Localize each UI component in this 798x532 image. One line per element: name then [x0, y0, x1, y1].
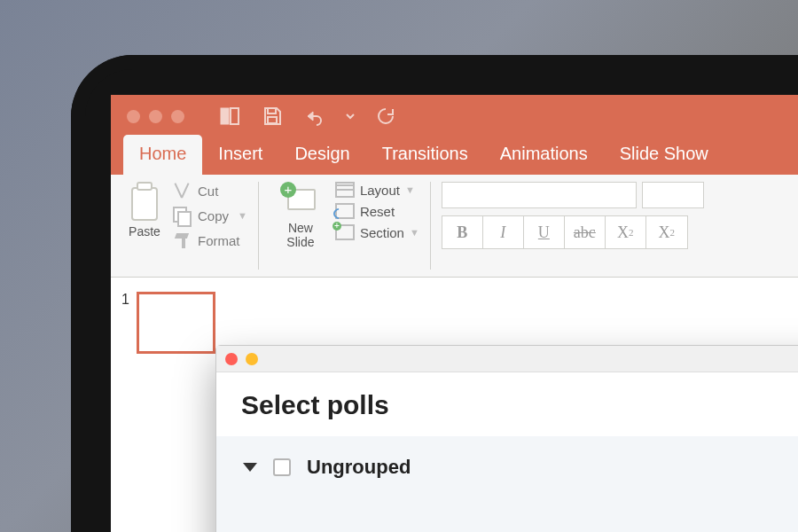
cut-label: Cut	[198, 184, 218, 199]
clipboard-group: Paste Cut Copy ▼ Format	[120, 182, 247, 270]
polls-window: Select polls Ungrouped	[215, 345, 798, 532]
paste-label: Paste	[129, 224, 160, 239]
reset-label: Reset	[360, 204, 395, 219]
tab-transitions[interactable]: Transitions	[366, 135, 484, 175]
window-close-dot[interactable]	[127, 110, 140, 123]
undo-dropdown-icon[interactable]	[346, 106, 355, 127]
polls-titlebar[interactable]	[216, 346, 798, 372]
new-slide-label: New Slide	[286, 221, 314, 249]
paintbrush-icon	[173, 231, 191, 249]
format-label: Format	[198, 233, 240, 248]
polls-header: Select polls	[216, 372, 798, 436]
section-button[interactable]: Section ▼	[335, 224, 419, 240]
poll-group-row: Ungrouped	[243, 456, 798, 479]
copy-label: Copy	[198, 208, 229, 223]
monitor-bezel: Home Insert Design Transitions Animation…	[71, 55, 798, 532]
svg-rect-3	[268, 117, 277, 123]
font-format-row: B I U abc X2 X2	[442, 215, 688, 249]
font-size-combo[interactable]	[642, 182, 704, 208]
new-slide-button[interactable]: + New Slide	[270, 182, 332, 249]
bold-button[interactable]: B	[442, 216, 483, 248]
chevron-down-icon: ▼	[405, 184, 415, 195]
copy-button[interactable]: Copy ▼	[173, 207, 247, 224]
tab-animations[interactable]: Animations	[484, 135, 604, 175]
clipboard-icon	[129, 182, 160, 221]
slide-thumbnail[interactable]: 1	[121, 292, 215, 354]
paste-button[interactable]: Paste	[120, 182, 169, 239]
font-family-combo[interactable]	[442, 182, 637, 208]
slide-number: 1	[121, 292, 129, 354]
svg-rect-2	[268, 108, 276, 113]
format-painter-button[interactable]: Format	[173, 231, 247, 249]
layout-icon	[335, 182, 355, 198]
tab-design[interactable]: Design	[278, 135, 365, 175]
polls-close-dot[interactable]	[225, 353, 238, 365]
svg-rect-0	[221, 108, 229, 124]
strikethrough-button[interactable]: abc	[565, 216, 606, 248]
subscript-button[interactable]: X2	[646, 216, 687, 248]
new-slide-icon: +	[278, 182, 323, 217]
section-icon	[335, 224, 355, 240]
window-zoom-dot[interactable]	[171, 110, 184, 123]
ribbon-tabstrip: Home Insert Design Transitions Animation…	[111, 137, 798, 175]
ribbon: Paste Cut Copy ▼ Format	[111, 175, 798, 278]
layout-button[interactable]: Layout ▼	[335, 182, 419, 198]
window-minimize-dot[interactable]	[149, 110, 162, 123]
screen: Home Insert Design Transitions Animation…	[111, 95, 798, 532]
svg-rect-1	[231, 108, 239, 124]
expand-icon[interactable]	[243, 463, 257, 472]
tab-insert[interactable]: Insert	[202, 135, 278, 175]
group-checkbox[interactable]	[273, 458, 291, 476]
tab-home[interactable]: Home	[123, 135, 202, 175]
chevron-down-icon: ▼	[410, 227, 419, 238]
slide-thumbnails-panel: 1	[111, 278, 226, 532]
repeat-icon[interactable]	[374, 106, 397, 127]
reset-icon	[335, 203, 355, 219]
cut-button[interactable]: Cut	[173, 182, 247, 200]
group-separator	[258, 182, 259, 270]
copy-icon	[173, 207, 191, 224]
section-label: Section	[360, 225, 404, 240]
superscript-button[interactable]: X2	[606, 216, 646, 248]
undo-icon[interactable]	[303, 106, 326, 127]
font-group: B I U abc X2 X2	[442, 182, 704, 270]
tab-slideshow[interactable]: Slide Show	[604, 135, 724, 175]
polls-body: Ungrouped	[216, 436, 798, 532]
chevron-down-icon: ▼	[238, 210, 247, 221]
app-titlebar	[111, 95, 798, 137]
group-name: Ungrouped	[307, 456, 411, 479]
underline-button[interactable]: U	[524, 216, 565, 248]
save-icon[interactable]	[261, 106, 284, 127]
polls-minimize-dot[interactable]	[246, 353, 258, 365]
polls-title: Select polls	[241, 390, 389, 420]
italic-button[interactable]: I	[483, 216, 524, 248]
slide-preview	[137, 292, 215, 354]
layout-label: Layout	[360, 183, 400, 198]
slides-group: + New Slide Layout ▼ Reset	[270, 182, 419, 270]
window-arrange-icon[interactable]	[218, 106, 241, 127]
scissors-icon	[173, 182, 191, 200]
group-separator	[430, 182, 431, 270]
reset-button[interactable]: Reset	[335, 203, 419, 219]
